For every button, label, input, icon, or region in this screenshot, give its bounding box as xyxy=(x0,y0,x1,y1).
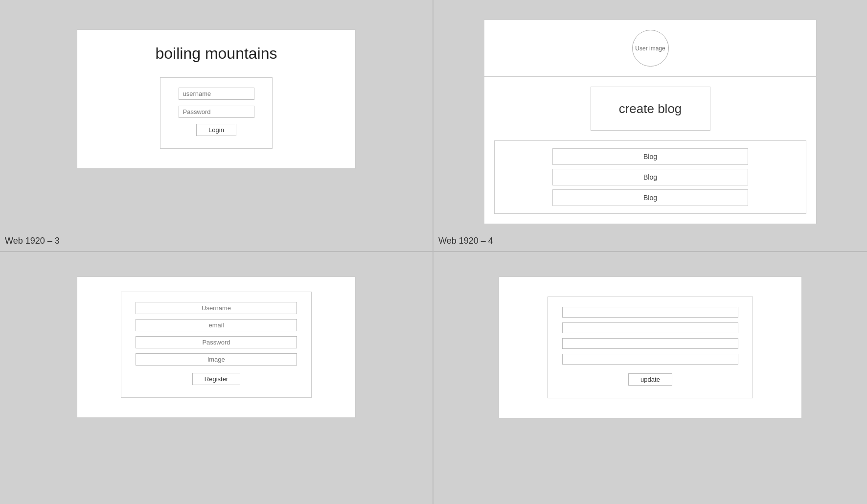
update-field-1[interactable] xyxy=(562,307,738,318)
username-input[interactable] xyxy=(179,88,254,100)
login-form: Login xyxy=(160,77,273,149)
panel-label-3: Web 1920 – 3 xyxy=(5,236,60,246)
login-card: boiling mountains Login xyxy=(77,29,356,169)
update-card: update xyxy=(499,276,802,418)
register-card: Register xyxy=(77,276,356,418)
panel-update: update xyxy=(434,252,867,504)
blog-item-3[interactable]: Blog xyxy=(552,189,748,206)
app-title: boiling mountains xyxy=(155,45,277,63)
login-button[interactable]: Login xyxy=(196,124,236,136)
blog-list: Blog Blog Blog xyxy=(494,140,806,214)
register-form: Register xyxy=(121,292,312,398)
password-input[interactable] xyxy=(179,106,254,118)
update-field-2[interactable] xyxy=(562,322,738,333)
panel-login: boiling mountains Login Web 1920 – 3 xyxy=(0,0,434,252)
update-button[interactable]: update xyxy=(628,373,672,386)
panel-register: Register xyxy=(0,252,434,504)
panel-label-4: Web 1920 – 4 xyxy=(438,236,493,246)
blog-item-2[interactable]: Blog xyxy=(552,169,748,185)
user-image: User image xyxy=(632,30,669,67)
update-field-4[interactable] xyxy=(562,354,738,365)
blog-card: User image create blog Blog Blog Blog xyxy=(484,20,817,224)
register-image-input[interactable] xyxy=(136,353,297,366)
register-password-input[interactable] xyxy=(136,336,297,348)
panel-blog: User image create blog Blog Blog Blog We… xyxy=(434,0,867,252)
register-email-input[interactable] xyxy=(136,319,297,331)
update-field-3[interactable] xyxy=(562,338,738,349)
blog-item-1[interactable]: Blog xyxy=(552,148,748,165)
blog-header: User image xyxy=(484,20,816,77)
update-form: update xyxy=(548,297,753,398)
blog-body: create blog Blog Blog Blog xyxy=(484,77,816,224)
create-blog-button[interactable]: create blog xyxy=(591,87,710,131)
register-button[interactable]: Register xyxy=(192,373,240,385)
register-username-input[interactable] xyxy=(136,302,297,314)
